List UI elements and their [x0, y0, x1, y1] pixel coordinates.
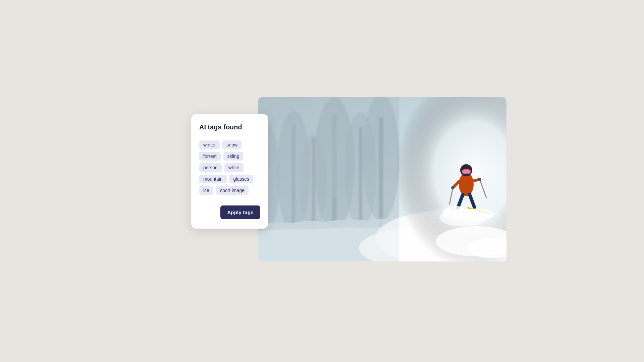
- card-title: AI tags found: [199, 123, 260, 131]
- svg-point-22: [463, 170, 470, 173]
- svg-point-28: [478, 178, 481, 181]
- tag-chip[interactable]: mountain: [199, 175, 227, 183]
- svg-rect-38: [258, 97, 399, 261]
- tag-chip[interactable]: glasses: [229, 175, 253, 183]
- tag-chip[interactable]: person: [199, 163, 222, 172]
- tag-chip[interactable]: winter: [199, 140, 220, 149]
- svg-point-35: [439, 209, 486, 226]
- tags-grid: wintersnowforrestskiingpersonwhitemounta…: [199, 140, 260, 195]
- tag-chip[interactable]: sport image: [216, 186, 249, 195]
- main-container: AI tags found wintersnowforrestskiingper…: [198, 97, 446, 265]
- tag-chip[interactable]: white: [224, 163, 244, 172]
- tag-chip[interactable]: forrest: [199, 152, 221, 161]
- skiing-image-container: [258, 97, 506, 261]
- skiing-image: [258, 97, 506, 261]
- tag-chip[interactable]: skiing: [223, 152, 244, 161]
- tag-chip[interactable]: ice: [199, 186, 213, 195]
- ai-tags-card: AI tags found wintersnowforrestskiingper…: [191, 114, 268, 229]
- skiing-scene-svg: [258, 97, 506, 261]
- svg-point-27: [451, 186, 454, 189]
- apply-tags-button[interactable]: Apply tags: [220, 205, 260, 219]
- tag-chip[interactable]: snow: [222, 140, 241, 149]
